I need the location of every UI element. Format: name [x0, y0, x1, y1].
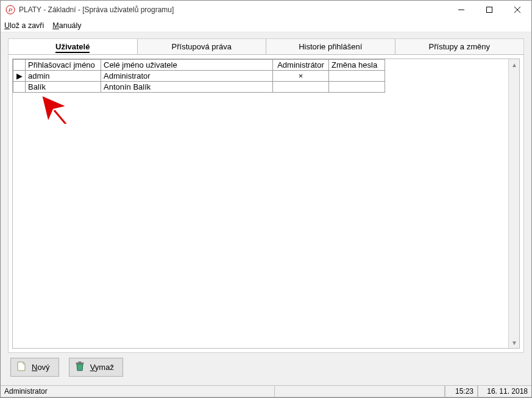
app-window: P PLATY - Základní - [Správa uživatelů p…: [0, 0, 532, 398]
window-title: PLATY - Základní - [Správa uživatelů pro…: [19, 5, 447, 14]
tabstrip: Uživatelé Přístupová práva Historie přih…: [9, 39, 523, 55]
new-button[interactable]: Nový: [10, 358, 59, 377]
row-indicator: ▶: [13, 71, 26, 82]
svg-text:P: P: [9, 7, 12, 13]
row-indicator: [13, 82, 26, 93]
grid-header-row: Přihlašovací jméno Celé jméno uživatele …: [13, 60, 385, 71]
col-header-fullname[interactable]: Celé jméno uživatele: [101, 60, 273, 71]
cell-fullname[interactable]: Administrator: [101, 71, 273, 82]
tab-access-changes[interactable]: Přístupy a změny: [395, 39, 524, 54]
statusbar: Administrator 15:23 16. 11. 2018: [1, 385, 531, 397]
app-icon: P: [5, 5, 15, 15]
status-spacer: [275, 386, 445, 397]
tab-panel: Uživatelé Přístupová práva Historie přih…: [8, 38, 524, 353]
table-row[interactable]: BalíkAntonín Balík: [13, 82, 385, 93]
trash-icon: [74, 361, 85, 374]
scroll-down-icon[interactable]: ▼: [509, 337, 520, 348]
cell-login[interactable]: admin: [26, 71, 101, 82]
users-grid[interactable]: Přihlašovací jméno Celé jméno uživatele …: [12, 59, 520, 349]
col-header-login[interactable]: Přihlašovací jméno: [26, 60, 101, 71]
titlebar: P PLATY - Základní - [Správa uživatelů p…: [1, 1, 531, 19]
minimize-button[interactable]: [447, 1, 475, 19]
delete-button[interactable]: Vymaž: [69, 358, 123, 377]
svg-rect-7: [79, 362, 81, 363]
cell-pwdchange[interactable]: [329, 71, 385, 82]
maximize-button[interactable]: [475, 1, 503, 19]
table-row[interactable]: ▶adminAdministrator×: [13, 71, 385, 82]
grid-vscrollbar[interactable]: ▲ ▼: [508, 59, 519, 348]
button-bar: Nový Vymaž: [8, 353, 524, 380]
cell-pwdchange[interactable]: [329, 82, 385, 93]
tab-login-history[interactable]: Historie přihlášení: [266, 39, 395, 54]
status-date: 16. 11. 2018: [478, 386, 531, 397]
cell-admin[interactable]: ×: [273, 71, 329, 82]
tab-users[interactable]: Uživatelé: [9, 39, 138, 54]
tab-access-rights[interactable]: Přístupová práva: [138, 39, 267, 54]
cell-fullname[interactable]: Antonín Balík: [101, 82, 273, 93]
menubar: Ulož a zavři Manuály: [1, 19, 531, 32]
cell-admin[interactable]: [273, 82, 329, 93]
status-user: Administrator: [1, 386, 275, 397]
new-icon: [16, 361, 27, 374]
grid-corner: [13, 60, 26, 71]
col-header-pwdchange[interactable]: Změna hesla: [329, 60, 385, 71]
scroll-up-icon[interactable]: ▲: [509, 59, 520, 70]
close-button[interactable]: [503, 1, 531, 19]
cell-login[interactable]: Balík: [26, 82, 101, 93]
svg-rect-3: [487, 7, 492, 13]
status-time: 15:23: [445, 386, 478, 397]
client-area: Uživatelé Přístupová práva Historie přih…: [1, 32, 531, 385]
menu-manuals[interactable]: Manuály: [52, 21, 81, 30]
menu-save-close[interactable]: Ulož a zavři: [4, 21, 44, 30]
col-header-admin[interactable]: Administrátor: [273, 60, 329, 71]
